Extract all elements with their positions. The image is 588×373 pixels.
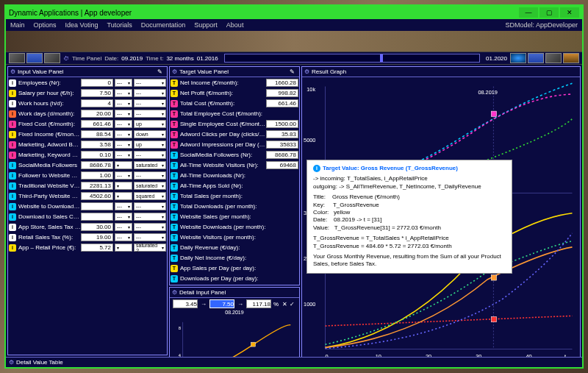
curve-dropdown[interactable]: --- [134,151,166,159]
menu-about[interactable]: About [226,21,244,29]
curve-dropdown[interactable]: up [134,120,166,128]
input-value[interactable] [81,99,113,107]
unit-dropdown[interactable]: --- [115,213,132,221]
thumb-icon[interactable] [563,53,579,63]
info-icon: i [313,165,320,172]
input-value[interactable] [81,213,113,221]
curve-dropdown[interactable]: --- [134,171,166,180]
badge-icon: T [171,79,178,87]
unit-dropdown[interactable]: --- [115,89,132,97]
edit-icon[interactable]: ✎ [290,68,297,76]
unit-dropdown[interactable]: --- [115,120,132,128]
input-row: iFixed Cost (€/month):---up [9,119,166,129]
target-value[interactable] [266,120,298,128]
target-row: TTotal Sales (per month): [171,191,298,201]
close-button[interactable]: ✕ [560,7,579,18]
menu-support[interactable]: Support [194,21,218,29]
input-row: iDownload to Sales Conv. (%/month------ [9,212,166,221]
titlebar[interactable]: Dynamic Applications | App developer — ▢… [6,6,582,19]
input-value[interactable] [81,244,113,252]
time-slider[interactable] [224,54,480,63]
curve-dropdown[interactable]: --- [134,213,166,221]
unit-dropdown[interactable]: --- [115,99,132,107]
target-row: TAll-Time Apps Sold (Nr): [171,181,298,191]
thumb-icon[interactable] [9,53,25,63]
curve-dropdown[interactable]: saturated ? [134,244,166,252]
unit-dropdown[interactable]: --- [115,130,132,138]
thumb-icon[interactable] [26,53,43,63]
detail-v3-input[interactable] [246,299,271,308]
maximize-button[interactable]: ▢ [539,7,559,18]
thumb-icon[interactable] [528,53,544,63]
input-value[interactable] [81,161,113,169]
unit-dropdown[interactable]: --- [115,171,132,180]
minimize-button[interactable]: — [519,7,538,18]
unit-dropdown[interactable]: --- [115,141,132,149]
edit-icon[interactable]: ✎ [157,68,165,76]
unit-dropdown[interactable]: --- [115,79,132,87]
input-value[interactable] [81,182,113,190]
curve-dropdown[interactable]: --- [134,99,166,107]
curve-dropdown[interactable]: saturated [134,182,166,190]
target-value[interactable] [266,151,298,159]
curve-dropdown[interactable]: down [134,130,166,138]
thumb-icon[interactable] [545,53,562,63]
target-value[interactable] [266,161,298,169]
menu-idea-voting[interactable]: Idea Voting [65,21,98,29]
curve-dropdown[interactable]: --- [134,202,166,210]
time-slider-thumb[interactable] [380,54,383,62]
curve-dropdown[interactable]: saturated [134,161,166,169]
unit-dropdown[interactable]: --- [115,233,132,241]
target-row: TWebsite Visitors (per month): [171,232,298,242]
curve-dropdown[interactable]: --- [134,110,166,118]
detail-v1-input[interactable] [173,299,198,308]
unit-dropdown[interactable] [115,192,132,200]
menu-tutorials[interactable]: Tutorials [107,21,132,29]
target-row: TNet Income (€/month): [171,78,298,88]
unit-dropdown[interactable] [115,182,132,190]
unit-dropdown[interactable]: --- [115,223,132,231]
menu-main[interactable]: Main [10,21,25,29]
unit-dropdown[interactable] [115,244,132,252]
unit-dropdown[interactable]: --- [115,151,132,159]
check-icon[interactable]: ✓ [290,301,295,308]
input-value[interactable] [81,151,113,159]
curve-dropdown[interactable]: up [134,141,166,149]
input-value[interactable] [81,233,113,241]
thumb-icon[interactable] [44,53,60,63]
curve-dropdown[interactable]: --- [134,89,166,97]
input-value[interactable] [81,202,113,210]
input-value[interactable] [81,171,113,180]
detail-v2-input[interactable] [209,299,234,308]
input-value[interactable] [81,120,113,128]
unit-dropdown[interactable]: --- [115,110,132,118]
result-chart[interactable]: 10k 5000 08.2019 3000 2000 1000 [302,77,580,357]
unit-dropdown[interactable] [115,161,132,169]
curve-dropdown[interactable]: --- [134,233,166,241]
input-value[interactable] [81,130,113,138]
target-value[interactable] [266,79,298,87]
curve-dropdown[interactable]: squared [134,192,166,200]
time-t-label: Time t: [146,55,163,62]
menu-documentation[interactable]: Documentation [141,21,186,29]
input-value[interactable] [81,141,113,149]
unit-dropdown[interactable]: --- [115,202,132,210]
input-value[interactable] [81,79,113,87]
input-value[interactable] [81,110,113,118]
input-value[interactable] [81,89,113,97]
svg-text:4: 4 [179,353,182,357]
input-value[interactable] [81,223,113,231]
menu-options[interactable]: Options [34,21,57,29]
target-value[interactable] [266,99,298,107]
close-icon[interactable]: ✕ [282,301,287,308]
input-value[interactable] [81,192,113,200]
badge-icon: i [9,162,16,169]
detail-chart[interactable]: 8 4 0 0 25 t [170,315,299,357]
badge-icon: i [9,100,16,107]
target-value[interactable] [266,89,298,97]
target-value[interactable] [266,141,298,149]
thumb-globe-icon[interactable] [510,53,526,63]
curve-dropdown[interactable]: --- [134,79,166,87]
curve-dropdown[interactable]: --- [134,223,166,231]
target-value[interactable] [266,130,298,138]
